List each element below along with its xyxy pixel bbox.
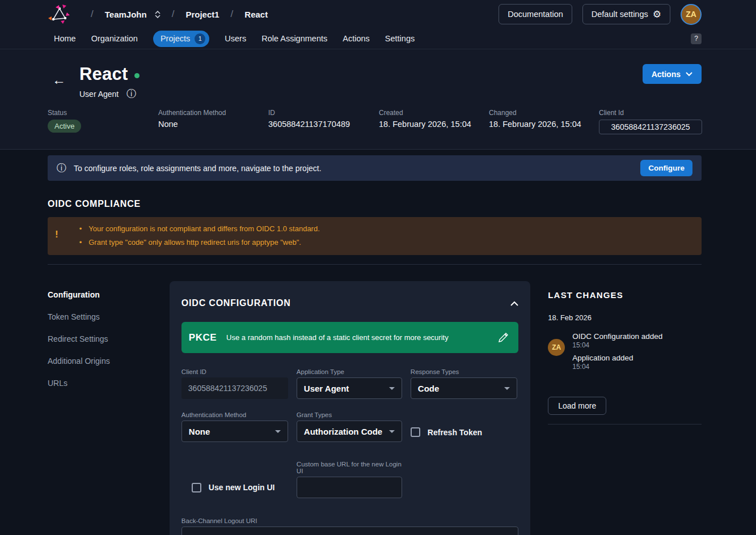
documentation-button[interactable]: Documentation (499, 4, 572, 24)
chevron-down-icon (389, 387, 395, 390)
configure-button[interactable]: Configure (640, 160, 692, 176)
change-title: Application added (572, 354, 662, 362)
org-switcher-icon[interactable] (155, 11, 161, 18)
nav-actions[interactable]: Actions (343, 34, 370, 43)
response-types-label: Response Types (411, 368, 517, 375)
zitadel-logo[interactable] (48, 3, 71, 26)
topbar: / TeamJohn / Project1 / React Documentat… (0, 0, 756, 28)
form-row-1: Client ID Application Type User Agent Re… (181, 368, 518, 399)
gear-icon: ⚙ (653, 10, 661, 19)
response-types-value: Code (418, 384, 440, 393)
client-id-label: Client ID (181, 368, 288, 375)
nav-home[interactable]: Home (54, 34, 76, 43)
back-arrow-icon[interactable]: ← (52, 73, 66, 87)
app-type-subtitle: User Agent (79, 90, 119, 99)
form-row-2: Authentication Method None Grant Types A… (181, 411, 518, 442)
nav-organization[interactable]: Organization (91, 34, 138, 43)
meta-client-id: Client Id 360588421137236025 (599, 109, 702, 134)
default-settings-button[interactable]: Default settings ⚙ (582, 4, 670, 24)
nav-projects[interactable]: Projects 1 (153, 31, 209, 47)
form-row-3: Use new Login UI Custom base URL for the… (181, 461, 518, 498)
back-channel-label: Back-Channel Logout URI (181, 517, 518, 524)
user-avatar[interactable]: ZA (681, 4, 702, 25)
client-id-copy-box[interactable]: 360588421137236025 (599, 120, 702, 134)
meta-created: Created 18. February 2026, 15:04 (379, 109, 489, 134)
chevron-down-icon (686, 72, 692, 77)
meta-changed-value: 18. February 2026, 15:04 (489, 120, 599, 129)
changes-date: 18. Feb 2026 (548, 313, 702, 322)
auth-method-select[interactable]: None (181, 421, 288, 442)
meta-changed: Changed 18. February 2026, 15:04 (489, 109, 599, 134)
meta-row: Status Active Authentication Method None… (0, 101, 756, 149)
status-dot-icon (134, 73, 140, 78)
info-icon[interactable]: ⓘ (126, 89, 136, 99)
warning-item: • Your configuration is not compliant an… (79, 224, 320, 233)
pkce-title: PKCE (189, 332, 217, 343)
project-info-banner: ⓘ To configure roles, role assignments a… (48, 155, 702, 181)
meta-status: Status Active (48, 109, 158, 134)
change-title: OIDC Configuration added (572, 332, 662, 341)
sidebar-item-additional-origins[interactable]: Additional Origins (48, 356, 147, 366)
custom-base-url-label: Custom base URL for the new Login UI (297, 461, 402, 474)
chevron-down-icon (389, 430, 395, 433)
change-entry: Application added 15:04 (572, 354, 662, 371)
pkce-text: Use a random hash instead of a static cl… (226, 333, 449, 342)
edit-pencil-icon[interactable] (498, 333, 508, 343)
change-time: 15:04 (572, 341, 662, 349)
nav-role-assignments[interactable]: Role Assignments (261, 34, 327, 43)
client-id-input[interactable] (181, 377, 288, 399)
sidebar-item-redirect-settings[interactable]: Redirect Settings (48, 334, 147, 343)
last-changes-heading: LAST CHANGES (548, 290, 702, 300)
nav-projects-label: Projects (161, 34, 190, 43)
new-login-row: Use new Login UI (192, 477, 288, 498)
auth-method-value: None (189, 427, 210, 436)
breadcrumb-separator: / (91, 9, 94, 20)
breadcrumb-project[interactable]: Project1 (185, 10, 219, 19)
divider (48, 264, 702, 265)
config-side-nav: Configuration Token Settings Redirect Se… (48, 281, 147, 401)
content: ⓘ To configure roles, role assignments a… (0, 150, 756, 535)
warning-icon: ! (55, 229, 58, 240)
sidebar-item-configuration[interactable]: Configuration (48, 290, 147, 299)
new-login-checkbox[interactable] (192, 483, 201, 492)
breadcrumb-org[interactable]: TeamJohn (105, 10, 147, 19)
breadcrumb-app[interactable]: React (244, 10, 268, 19)
chevron-down-icon (275, 430, 281, 433)
sidebar-item-token-settings[interactable]: Token Settings (48, 312, 147, 321)
page-title: React (79, 64, 128, 84)
divider (548, 424, 702, 424)
meta-id-label: ID (268, 109, 379, 117)
banner-text: To configure roles, role assignments and… (74, 164, 322, 173)
application-type-select[interactable]: User Agent (297, 377, 402, 399)
help-button[interactable]: ? (691, 33, 702, 44)
oidc-compliance-heading: OIDC COMPLIANCE (48, 199, 702, 209)
actions-button[interactable]: Actions (643, 64, 702, 84)
grant-types-select[interactable]: Authorization Code (297, 421, 402, 442)
title-section: ← React User Agent ⓘ Actions (0, 49, 756, 101)
change-time: 15:04 (572, 363, 662, 371)
meta-auth-label: Authentication Method (158, 109, 268, 117)
nav-users[interactable]: Users (225, 34, 246, 43)
meta-changed-label: Changed (489, 109, 599, 117)
meta-auth-value: None (158, 120, 268, 129)
chevron-down-icon (504, 387, 510, 390)
meta-id-value: 360588421137170489 (268, 120, 379, 129)
change-entry: OIDC Configuration added 15:04 (572, 332, 662, 349)
response-types-select[interactable]: Code (411, 377, 517, 399)
refresh-token-checkbox[interactable] (411, 427, 420, 437)
warning-item: • Grant type "code" only allows http red… (79, 238, 320, 247)
nav-settings[interactable]: Settings (385, 34, 415, 43)
custom-base-url-input[interactable] (297, 477, 402, 498)
back-channel-input[interactable] (181, 526, 518, 535)
collapse-chevron-up-icon[interactable] (510, 301, 518, 306)
changes-avatar: ZA (548, 339, 565, 356)
actions-button-label: Actions (652, 70, 681, 79)
load-more-button[interactable]: Load more (548, 397, 606, 415)
sidebar-item-urls[interactable]: URLs (48, 379, 147, 388)
compliance-warning-box: ! • Your configuration is not compliant … (48, 217, 702, 255)
main-grid: Configuration Token Settings Redirect Se… (48, 281, 702, 535)
meta-auth-method: Authentication Method None (158, 109, 268, 134)
bullet-icon: • (79, 224, 82, 233)
warning-text: Grant type "code" only allows http redir… (88, 238, 301, 247)
oidc-configuration-card: OIDC CONFIGURATION PKCE Use a random has… (170, 281, 530, 535)
